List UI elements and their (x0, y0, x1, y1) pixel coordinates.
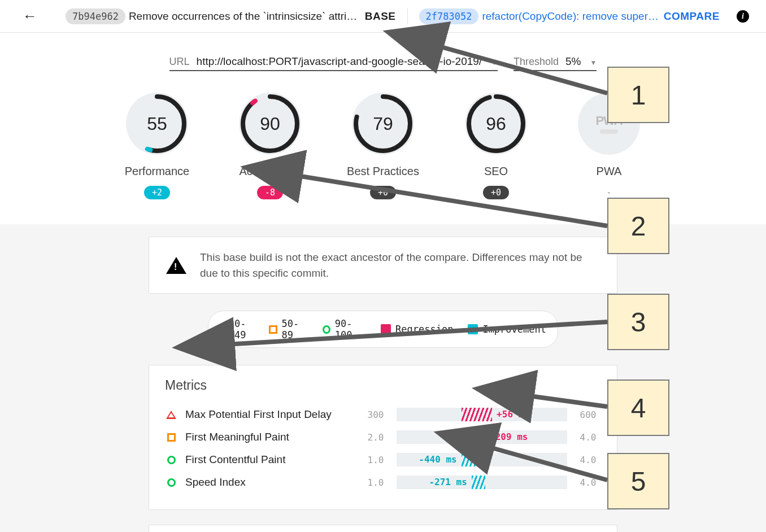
metric-shape-icon (165, 478, 177, 487)
gauge-label: PWA (597, 165, 622, 178)
metric-min: 1.0 (363, 477, 389, 488)
svg-point-2 (243, 97, 297, 151)
gauge-ring: 79 (352, 93, 414, 155)
metrics-title: Metrics (165, 378, 601, 393)
warning-icon (166, 257, 186, 274)
metric-max: 4.0 (575, 432, 601, 443)
metric-name: Speed Index (185, 476, 355, 489)
metric-bar: +56 ms (397, 408, 567, 421)
metric-max: 600 (575, 409, 601, 420)
svg-point-1 (126, 93, 188, 155)
metric-hatch (472, 476, 485, 489)
circle-icon (323, 325, 330, 334)
square-icon (269, 325, 277, 334)
url-selector[interactable]: URL http://localhost:PORT/javascript-and… (169, 55, 498, 71)
opportunities-card: Opportunities Eliminate render-blocking … (149, 525, 617, 532)
metric-min: 300 (363, 409, 389, 420)
gauge-delta: -8 (257, 186, 283, 199)
metric-name: Max Potential First Input Delay (185, 408, 355, 421)
compare-tag: COMPARE (664, 10, 720, 23)
svg-point-0 (130, 97, 184, 151)
score-gauges: 55 Performance +2 90 Accessibility -8 79… (0, 93, 766, 199)
metric-max: 4.0 (575, 477, 601, 488)
improvement-swatch-icon (468, 324, 478, 334)
metric-delta: +56 ms (497, 409, 529, 420)
base-commit-message: Remove occurrences of the `intrinsicsize… (129, 10, 360, 23)
gauge-label: Best Practices (347, 165, 419, 178)
metric-row[interactable]: Speed Index 1.0 -271 ms 4.0 (165, 471, 601, 494)
base-hash: 7b94e962 (66, 8, 125, 24)
gauge-ring: 90 (239, 93, 301, 155)
base-tag: BASE (365, 10, 396, 23)
legend-improvement-label: Improvement (482, 324, 546, 335)
header-bar: ← 7b94e962 Remove occurrences of the `in… (0, 0, 766, 33)
gauge-performance[interactable]: 55 Performance +2 (120, 93, 194, 199)
gauge-ring: 55 (126, 93, 188, 155)
base-build[interactable]: 7b94e962 Remove occurrences of the `intr… (66, 8, 402, 24)
gauge-label: Performance (125, 165, 190, 178)
legend-fail-label: 0-49 (234, 318, 254, 341)
gauge-label: SEO (484, 165, 508, 178)
svg-point-5 (469, 97, 523, 151)
gauge-delta: - (598, 186, 619, 199)
regression-swatch-icon (381, 324, 391, 334)
chevron-down-icon: ▼ (590, 59, 597, 67)
compare-hash: 2f783052 (419, 8, 479, 24)
metric-delta: -440 ms (419, 454, 456, 465)
ancestor-warning: This base build is not the exact ancesto… (149, 237, 617, 294)
metric-max: 4.0 (575, 455, 601, 465)
metric-shape-icon (165, 411, 177, 419)
gauge-delta: +0 (370, 186, 396, 199)
compare-build[interactable]: 2f783052 refactor(CopyCode): remove supe… (407, 8, 755, 24)
warning-text: This base build is not the exact ancesto… (200, 250, 600, 281)
legend-fail: 0-49 (220, 318, 254, 341)
metric-hatch (462, 408, 492, 421)
threshold-value: 5% (565, 55, 581, 68)
url-label: URL (169, 56, 190, 68)
gauge-best-practices[interactable]: 79 Best Practices +0 (346, 93, 420, 199)
controls-row: URL http://localhost:PORT/javascript-and… (0, 55, 766, 71)
svg-point-4 (356, 97, 410, 151)
legend-improvement: Improvement (468, 324, 546, 335)
metric-delta: +209 ms (490, 431, 528, 442)
legend-pass-label: 90-100 (335, 318, 366, 341)
triangle-icon (220, 325, 230, 334)
metric-bar: +209 ms (397, 430, 567, 444)
svg-point-3 (239, 93, 301, 155)
gauge-delta: +2 (144, 186, 170, 199)
gauge-ring: PWA (578, 93, 640, 155)
legend-average: 50-89 (269, 318, 307, 341)
metric-name: First Meaningful Paint (185, 431, 355, 443)
gauge-delta: +0 (483, 186, 509, 199)
metric-bar: -271 ms (397, 476, 567, 489)
legend-average-label: 50-89 (282, 318, 308, 341)
details-region: This base build is not the exact ancesto… (0, 224, 766, 532)
gauge-seo[interactable]: 96 SEO +0 (459, 93, 533, 199)
metrics-card: Metrics Max Potential First Input Delay … (149, 365, 617, 510)
metric-min: 1.0 (363, 455, 389, 465)
metric-name: First Contentful Paint (185, 453, 355, 466)
gauge-ring: 96 (465, 93, 527, 155)
info-icon[interactable]: i (737, 10, 749, 23)
metric-bar: -440 ms (397, 453, 567, 466)
threshold-selector[interactable]: Threshold 5% ▼ (513, 55, 597, 71)
legend-pass: 90-100 (323, 318, 366, 341)
compare-commit-message: refactor(CopyCode): remove superfluous a… (482, 10, 659, 23)
metric-row[interactable]: First Meaningful Paint 2.0 +209 ms 4.0 (165, 426, 601, 448)
legend-regression-label: Regression (395, 324, 453, 335)
metric-min: 2.0 (363, 432, 389, 443)
score-legend: 0-49 50-89 90-100 Regression Improvement (208, 311, 558, 348)
threshold-label: Threshold (513, 56, 559, 68)
gauge-label: Accessibility (240, 165, 301, 178)
legend-regression: Regression (381, 324, 453, 335)
metric-delta: -271 ms (429, 477, 467, 487)
back-arrow-icon[interactable]: ← (23, 7, 37, 25)
metric-shape-icon (165, 433, 177, 442)
metric-row[interactable]: First Contentful Paint 1.0 -440 ms 4.0 (165, 448, 601, 471)
metric-row[interactable]: Max Potential First Input Delay 300 +56 … (165, 403, 601, 426)
gauge-pwa[interactable]: PWA PWA - (572, 93, 646, 199)
url-value: http://localhost:PORT/javascript-and-goo… (197, 55, 482, 68)
gauge-accessibility[interactable]: 90 Accessibility -8 (233, 93, 307, 199)
metric-hatch (462, 453, 482, 466)
metric-shape-icon (165, 456, 177, 464)
